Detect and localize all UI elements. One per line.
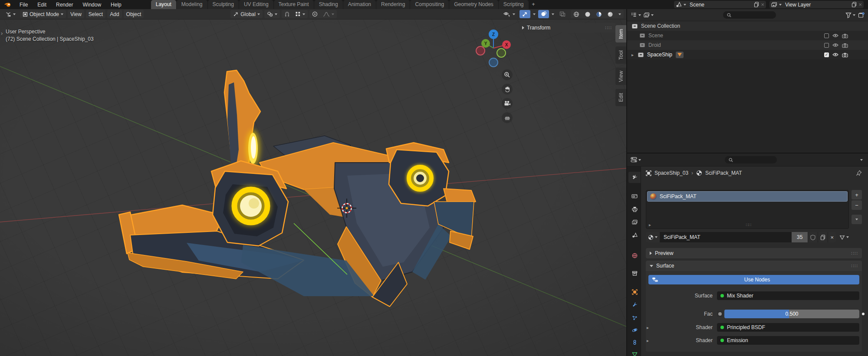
add-menu[interactable]: Add [107, 10, 122, 18]
pan-button[interactable] [502, 84, 513, 95]
collection-tab[interactable] [628, 268, 641, 279]
new-scene-icon[interactable] [754, 2, 759, 7]
viewport-3d[interactable]: › User Perspective (72) Scene Collection… [0, 20, 626, 356]
visibility-selector[interactable] [501, 10, 518, 18]
hide-eye-icon[interactable] [832, 33, 838, 38]
expand-arrow-icon[interactable]: ▸ [647, 325, 649, 330]
constraints-tab[interactable] [628, 336, 641, 348]
render-visibility-camera-icon[interactable] [842, 43, 848, 48]
workspace-tab-compositing[interactable]: Compositing [410, 0, 449, 9]
animate-dot-icon[interactable] [862, 313, 865, 315]
output-tab[interactable] [628, 203, 641, 215]
shading-rendered-button[interactable] [605, 10, 616, 18]
tool-tab[interactable] [628, 172, 641, 183]
workspace-tab-animation[interactable]: Animation [343, 0, 376, 9]
row-label[interactable]: Scene [648, 33, 663, 39]
zoom-button[interactable] [502, 69, 513, 80]
sidebar-tab-tool[interactable]: Tool [615, 46, 626, 64]
snap-toggle[interactable] [282, 10, 293, 18]
view-layer-tab[interactable] [628, 216, 641, 228]
hide-eye-icon[interactable] [832, 52, 838, 57]
row-label[interactable]: Droid [648, 42, 661, 48]
add-slot-button[interactable]: + [852, 190, 862, 199]
link-material-dropdown[interactable] [839, 235, 849, 240]
surface-shader-field[interactable]: Mix Shader [717, 291, 859, 300]
new-view-layer-icon[interactable] [852, 2, 857, 7]
list-expand-icon[interactable]: ▸ [649, 222, 651, 227]
breadcrumb-object[interactable]: SpaceShip_03 [654, 170, 688, 176]
overlays-dropdown[interactable] [549, 10, 557, 18]
shading-dropdown[interactable] [616, 10, 624, 18]
toolbar-expand-arrow[interactable]: › [1, 30, 3, 36]
properties-search-input[interactable] [725, 156, 777, 163]
object-menu[interactable]: Object [124, 10, 144, 18]
mesh-object-badge[interactable] [676, 52, 684, 58]
row-label[interactable]: Scene Collection [641, 23, 680, 29]
render-visibility-camera-icon[interactable] [842, 52, 848, 57]
outliner-row-scene[interactable]: Scene [627, 31, 868, 40]
selectability-checkbox[interactable] [824, 43, 829, 48]
workspace-tab-shading[interactable]: Shading [314, 0, 343, 9]
material-slot-list[interactable]: SciFiPack_MAT ▸ ∷∷ [646, 190, 849, 229]
render-visibility-camera-icon[interactable] [842, 33, 848, 38]
shading-material-preview-button[interactable] [593, 10, 605, 18]
material-name-field[interactable]: SciFiPack_MAT [660, 232, 792, 242]
add-workspace-button[interactable]: + [529, 0, 538, 9]
transform-panel-header[interactable]: Transform ∷∷ [519, 23, 615, 33]
scene-tab[interactable] [628, 229, 641, 241]
remove-slot-button[interactable]: − [852, 200, 862, 210]
gizmo-dropdown[interactable] [530, 10, 538, 18]
panel-grip-icon[interactable]: ∷∷ [851, 251, 858, 256]
show-gizmo-toggle[interactable] [519, 10, 530, 18]
users-count-button[interactable]: 35 [792, 232, 808, 242]
fac-slider[interactable]: 0.500 [724, 310, 859, 318]
sidebar-tab-item[interactable]: Item [615, 25, 626, 42]
perspective-toggle-button[interactable] [502, 112, 513, 123]
shading-wireframe-button[interactable] [571, 10, 582, 18]
fake-user-button[interactable] [808, 232, 818, 242]
fac-socket-icon[interactable] [717, 311, 723, 317]
properties-options-chevron[interactable] [860, 159, 863, 161]
unlink-scene-icon[interactable]: × [761, 1, 764, 8]
workspace-tab-geometry-nodes[interactable]: Geometry Nodes [449, 0, 498, 9]
expand-arrow-icon[interactable]: ▸ [631, 52, 638, 57]
menu-render[interactable]: Render [52, 1, 77, 9]
pivot-point-selector[interactable] [264, 10, 280, 18]
workspace-tab-uv-editing[interactable]: UV Editing [239, 0, 273, 9]
xray-toggle[interactable] [557, 10, 568, 18]
outliner-row-spaceship[interactable]: ▸ SpaceShip ✓ [627, 50, 868, 59]
view-layer-name[interactable]: View Layer [783, 2, 850, 8]
snap-target-selector[interactable] [293, 10, 308, 18]
outliner-display-mode-button[interactable] [644, 12, 654, 18]
panel-grip-icon[interactable]: ∷∷ [851, 263, 858, 269]
view-menu[interactable]: View [68, 10, 84, 18]
row-label[interactable]: SpaceShip [647, 52, 672, 58]
properties-editor-type-button[interactable] [631, 157, 641, 163]
physics-tab[interactable] [628, 324, 641, 336]
browse-material-button[interactable] [646, 232, 660, 242]
use-nodes-button[interactable]: Use Nodes [648, 275, 859, 284]
proportional-editing-toggle[interactable] [309, 10, 320, 18]
expand-arrow-icon[interactable]: ▸ [647, 338, 649, 343]
proportional-falloff-selector[interactable] [320, 10, 337, 18]
hide-eye-icon[interactable] [832, 43, 838, 47]
menu-window[interactable]: Window [78, 1, 105, 9]
mode-selector[interactable]: Object Mode [20, 10, 66, 18]
menu-help[interactable]: Help [106, 1, 126, 9]
editor-type-button[interactable] [3, 10, 18, 18]
preview-panel-header[interactable]: Preview ∷∷ [646, 248, 862, 258]
sidebar-tab-view[interactable]: View [615, 68, 626, 85]
workspace-tab-modeling[interactable]: Modeling [177, 0, 207, 9]
selectability-checkbox[interactable] [824, 33, 829, 38]
navigation-gizmo[interactable]: Z Y X [473, 26, 515, 70]
outliner-editor-type-button[interactable] [631, 12, 641, 18]
material-slot-item[interactable]: SciFiPack_MAT [647, 191, 848, 202]
new-collection-button[interactable] [858, 12, 865, 18]
show-overlays-toggle[interactable] [538, 10, 549, 18]
object-data-tab[interactable] [628, 349, 641, 356]
workspace-tab-sculpting[interactable]: Sculpting [208, 0, 239, 9]
render-tab[interactable] [628, 190, 641, 202]
outliner-row-scene-collection[interactable]: Scene Collection [627, 21, 868, 31]
camera-view-button[interactable] [502, 98, 513, 109]
shading-solid-button[interactable] [582, 10, 593, 18]
